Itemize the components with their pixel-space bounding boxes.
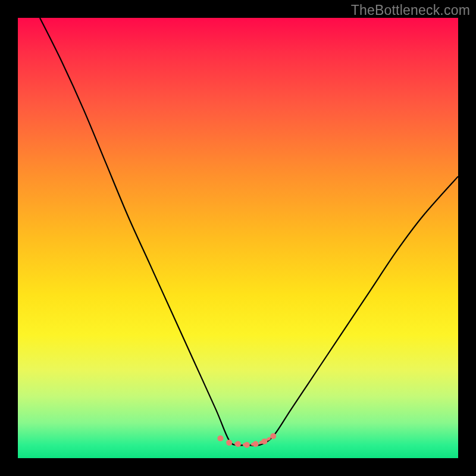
plot-area [18,18,458,458]
curve-layer [18,18,458,458]
min-marker [226,440,232,446]
bottleneck-curve [40,18,458,446]
min-marker [244,442,250,448]
watermark-text: TheBottleneck.com [351,2,470,18]
min-marker [217,436,223,441]
min-marker [261,439,267,444]
min-marker [253,441,259,447]
min-marker [270,433,276,439]
min-marker [235,441,241,447]
chart-container: TheBottleneck.com [0,0,476,476]
